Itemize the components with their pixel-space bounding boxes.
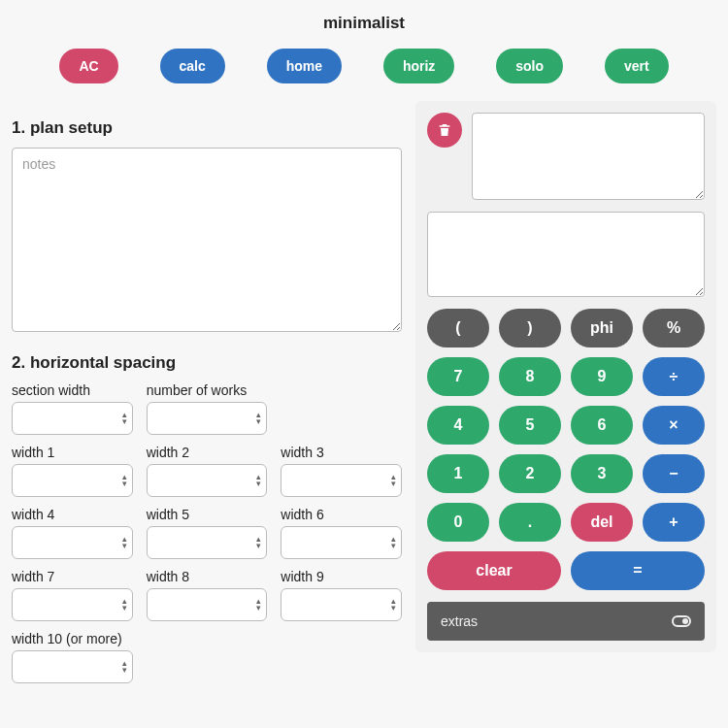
extras-toggle[interactable]: extras [427,602,705,641]
clear-scratch-button[interactable] [427,113,462,148]
key-phi[interactable]: phi [571,309,633,347]
section-width-input[interactable] [12,402,133,435]
width4-input[interactable] [12,526,133,559]
key-percent[interactable]: % [643,309,705,347]
calculator-panel: ( ) phi % 7 8 9 ÷ 4 5 6 × 1 2 3 − 0 . de… [415,101,716,652]
key-0[interactable]: 0 [427,503,489,542]
key-multiply[interactable]: × [643,406,705,445]
width6-label: width 6 [281,507,402,522]
width7-input[interactable] [12,588,133,621]
number-of-works-input[interactable] [147,402,268,435]
key-2[interactable]: 2 [499,454,561,493]
trash-icon [437,122,452,138]
app-title: minimalist [0,14,728,33]
width9-label: width 9 [281,569,402,584]
key-clear[interactable]: clear [427,551,561,590]
calc-display[interactable] [427,212,705,297]
key-3[interactable]: 3 [571,454,633,493]
width1-input[interactable] [12,464,133,497]
key-5[interactable]: 5 [499,406,561,445]
key-divide[interactable]: ÷ [643,357,705,396]
width10-input[interactable] [12,650,133,683]
width8-label: width 8 [147,569,268,584]
width7-label: width 7 [12,569,133,584]
width2-label: width 2 [147,445,268,460]
key-close-paren[interactable]: ) [499,309,561,347]
key-1[interactable]: 1 [427,454,489,493]
nav-vert[interactable]: vert [605,49,669,83]
key-6[interactable]: 6 [571,406,633,445]
width10-label: width 10 (or more) [12,631,133,646]
key-dot[interactable]: . [499,503,561,542]
horizontal-spacing-heading: 2. horizontal spacing [12,353,402,373]
key-4[interactable]: 4 [427,406,489,445]
extras-label: extras [441,613,478,629]
scratch-area[interactable] [472,113,705,200]
number-of-works-label: number of works [147,382,268,398]
nav-home[interactable]: home [267,49,342,83]
width4-label: width 4 [12,507,133,522]
key-open-paren[interactable]: ( [427,309,489,347]
width3-input[interactable] [281,464,402,497]
toggle-icon [672,615,691,627]
key-9[interactable]: 9 [571,357,633,396]
nav-calc[interactable]: calc [160,49,225,83]
nav-solo[interactable]: solo [496,49,563,83]
width2-input[interactable] [147,464,268,497]
nav-horiz[interactable]: horiz [383,49,454,83]
key-8[interactable]: 8 [499,357,561,396]
key-add[interactable]: + [643,503,705,542]
width3-label: width 3 [281,445,402,460]
calc-keypad: ( ) phi % 7 8 9 ÷ 4 5 6 × 1 2 3 − 0 . de… [427,309,705,590]
width6-input[interactable] [281,526,402,559]
key-7[interactable]: 7 [427,357,489,396]
notes-input[interactable] [12,148,402,332]
width1-label: width 1 [12,445,133,460]
nav-ac[interactable]: AC [59,49,117,83]
key-equals[interactable]: = [571,551,705,590]
width5-input[interactable] [147,526,268,559]
width8-input[interactable] [147,588,268,621]
top-nav: AC calc home horiz solo vert [0,43,728,101]
plan-setup-heading: 1. plan setup [12,118,402,138]
section-width-label: section width [12,382,133,398]
width9-input[interactable] [281,588,402,621]
key-del[interactable]: del [571,503,633,542]
key-subtract[interactable]: − [643,454,705,493]
width5-label: width 5 [147,507,268,522]
